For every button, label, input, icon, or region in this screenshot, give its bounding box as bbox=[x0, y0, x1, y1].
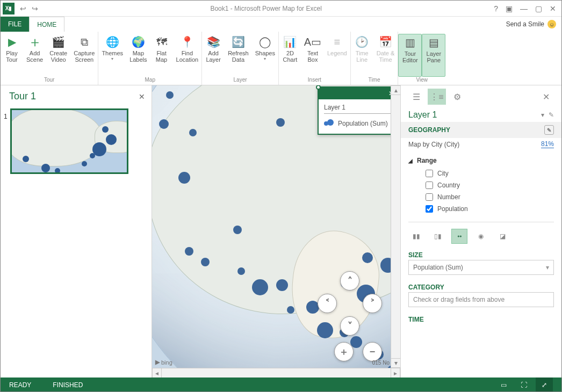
layer-name: Layer 1 bbox=[408, 110, 537, 120]
legend-button: ≡Legend bbox=[324, 34, 350, 77]
map-by-row: Map by City (City) 81% bbox=[401, 138, 561, 154]
minimize-icon[interactable]: — bbox=[520, 4, 528, 13]
status-bar: READY FINISHED ▭ ⛶ ⤢ bbox=[1, 378, 561, 392]
scroll-down-icon[interactable]: ▾ bbox=[391, 358, 400, 368]
range-heading[interactable]: ◢Range bbox=[408, 157, 554, 164]
close-icon[interactable]: ✕ bbox=[550, 4, 556, 13]
find-location-button[interactable]: 📍Find Location bbox=[173, 34, 202, 77]
help-icon[interactable]: ? bbox=[494, 4, 498, 13]
ribbon-group-insert: 📊2D Chart A▭Text Box ≡Legend Insert bbox=[279, 32, 351, 85]
tour-pane-close-icon[interactable]: ✕ bbox=[139, 92, 145, 101]
zoom-in-button[interactable]: ＋ bbox=[334, 342, 354, 361]
splitter[interactable] bbox=[401, 218, 561, 226]
scroll-left-icon[interactable]: ◂ bbox=[152, 368, 162, 378]
group-label-tour: Tour bbox=[44, 77, 54, 84]
layer-pane-tab-fields[interactable]: ⋮≡ bbox=[428, 89, 446, 105]
chart-type-bubble[interactable]: ⦁⦁ bbox=[451, 229, 467, 244]
layer-edit-icon[interactable]: ✎ bbox=[549, 111, 554, 119]
category-heading: CATEGORY bbox=[401, 279, 561, 292]
date-time-button: 📅Date & Time bbox=[373, 34, 398, 77]
legend-bubble-icon bbox=[324, 119, 334, 127]
layer-pane: ☰ ⋮≡ ⚙ ✕ Layer 1 ▾ ✎ GEOGRAPHY ✎ Map by … bbox=[400, 85, 561, 378]
ribbon-group-time: 🕑Time Line 📅Date & Time Time bbox=[351, 32, 399, 85]
ribbon-group-tour: ▶Play Tour ＋Add Scene 🎬Create Video ⧉Cap… bbox=[1, 32, 98, 85]
add-scene-button[interactable]: ＋Add Scene bbox=[23, 34, 46, 77]
map-viewport[interactable]: ✕ Layer 1 Population (Sum) ˄ ˂ ˃ ˅ ＋ − ▶… bbox=[152, 85, 400, 378]
themes-button[interactable]: 🌐Themes▾ bbox=[98, 34, 126, 77]
field-population[interactable]: Population bbox=[417, 203, 554, 215]
layer-dropdown-icon[interactable]: ▾ bbox=[541, 111, 544, 119]
time-heading: TIME bbox=[401, 311, 561, 324]
group-label-insert: Insert bbox=[308, 77, 321, 84]
ribbon-options-icon[interactable]: ▣ bbox=[506, 4, 513, 13]
group-label-layer: Layer bbox=[234, 77, 247, 84]
nav-down-button[interactable]: ˅ bbox=[340, 316, 359, 336]
ribbon-group-map: 🌐Themes▾ 🌍Map Labels 🗺Flat Map 📍Find Loc… bbox=[98, 32, 202, 85]
geo-match-percent[interactable]: 81% bbox=[541, 140, 554, 148]
2d-chart-button[interactable]: 📊2D Chart bbox=[279, 34, 301, 77]
chart-type-stacked-column[interactable]: ▮▮ bbox=[408, 229, 424, 244]
field-country[interactable]: Country bbox=[417, 179, 554, 191]
category-dropzone[interactable]: Check or drag fields from above bbox=[408, 292, 554, 307]
layer-pane-button[interactable]: ▤Layer Pane bbox=[422, 34, 445, 77]
scene-thumbnail[interactable]: 1 bbox=[10, 108, 148, 174]
legend-item-label: Population (Sum) bbox=[338, 120, 388, 127]
bing-attribution: ▶bing bbox=[155, 359, 172, 366]
maximize-icon[interactable]: ▢ bbox=[535, 4, 542, 13]
chevron-down-icon: ▾ bbox=[546, 264, 549, 271]
send-smile-label: Send a Smile bbox=[506, 20, 544, 28]
send-a-smile[interactable]: Send a Smile ☺ bbox=[501, 17, 561, 32]
status-view-fit[interactable]: ⛶ bbox=[515, 378, 532, 392]
refresh-data-button[interactable]: 🔄Refresh Data bbox=[225, 34, 252, 77]
flat-map-button[interactable]: 🗺Flat Map bbox=[150, 34, 173, 77]
ribbon-group-view: ▥Tour Editor ▤Layer Pane View bbox=[398, 32, 445, 85]
field-list: ◢Range City Country Number Population bbox=[401, 154, 561, 218]
status-view-full[interactable]: ⤢ bbox=[536, 378, 553, 392]
status-view-normal[interactable]: ▭ bbox=[495, 378, 512, 392]
excel-app-icon: X▮ bbox=[3, 3, 15, 14]
status-finished: FINISHED bbox=[53, 381, 83, 389]
scroll-right-icon[interactable]: ▸ bbox=[391, 368, 400, 378]
play-tour-button[interactable]: ▶Play Tour bbox=[1, 34, 23, 77]
size-heading: SIZE bbox=[401, 247, 561, 260]
shapes-button[interactable]: ◯Shapes▾ bbox=[252, 34, 278, 77]
field-number[interactable]: Number bbox=[417, 191, 554, 203]
field-country-checkbox[interactable] bbox=[426, 182, 433, 189]
size-field-dropdown[interactable]: Population (Sum) ▾ bbox=[408, 260, 554, 275]
edit-geography-icon[interactable]: ✎ bbox=[544, 125, 554, 135]
text-box-button[interactable]: A▭Text Box bbox=[301, 34, 324, 77]
field-city-checkbox[interactable] bbox=[426, 170, 433, 177]
redo-icon[interactable]: ↪ bbox=[32, 4, 38, 13]
scroll-up-icon[interactable]: ▴ bbox=[391, 85, 400, 95]
map-labels-button[interactable]: 🌍Map Labels bbox=[126, 34, 150, 77]
tour-editor-button[interactable]: ▥Tour Editor bbox=[398, 34, 422, 77]
field-population-checkbox[interactable] bbox=[426, 205, 433, 213]
chart-type-heatmap[interactable]: ◉ bbox=[473, 229, 489, 244]
chart-type-region[interactable]: ◪ bbox=[494, 229, 510, 244]
section-geography: GEOGRAPHY ✎ bbox=[401, 122, 561, 138]
zoom-out-button[interactable]: − bbox=[363, 342, 382, 361]
map-horizontal-scrollbar[interactable]: ◂ ▸ bbox=[152, 368, 400, 378]
chart-type-selector: ▮▮ ▯▮ ⦁⦁ ◉ ◪ bbox=[401, 226, 561, 247]
nav-up-button[interactable]: ˄ bbox=[340, 271, 359, 291]
group-label-time: Time bbox=[369, 77, 380, 84]
field-city[interactable]: City bbox=[417, 168, 554, 179]
collapse-icon[interactable]: ◢ bbox=[408, 158, 413, 164]
layer-pane-tab-settings[interactable]: ⚙ bbox=[448, 89, 466, 105]
create-video-button[interactable]: 🎬Create Video bbox=[46, 34, 70, 77]
ribbon: ▶Play Tour ＋Add Scene 🎬Create Video ⧉Cap… bbox=[1, 32, 561, 85]
field-number-checkbox[interactable] bbox=[426, 193, 433, 201]
layer-pane-tab-layers[interactable]: ☰ bbox=[407, 89, 426, 105]
layer-pane-close-icon[interactable]: ✕ bbox=[537, 89, 555, 105]
chart-type-clustered-column[interactable]: ▯▮ bbox=[430, 229, 446, 244]
nav-left-button[interactable]: ˂ bbox=[318, 294, 337, 313]
undo-icon[interactable]: ↩ bbox=[20, 4, 26, 13]
map-vertical-scrollbar[interactable]: ▴ ▾ bbox=[391, 85, 400, 368]
group-label-view: View bbox=[416, 77, 428, 84]
nav-right-button[interactable]: ˃ bbox=[363, 294, 382, 313]
map-legend[interactable]: ✕ Layer 1 Population (Sum) bbox=[318, 86, 398, 135]
add-layer-button[interactable]: 📚Add Layer bbox=[202, 34, 225, 77]
tab-file[interactable]: FILE bbox=[1, 17, 29, 32]
capture-screen-button[interactable]: ⧉Capture Screen bbox=[70, 34, 98, 77]
tab-home[interactable]: HOME bbox=[29, 17, 64, 32]
